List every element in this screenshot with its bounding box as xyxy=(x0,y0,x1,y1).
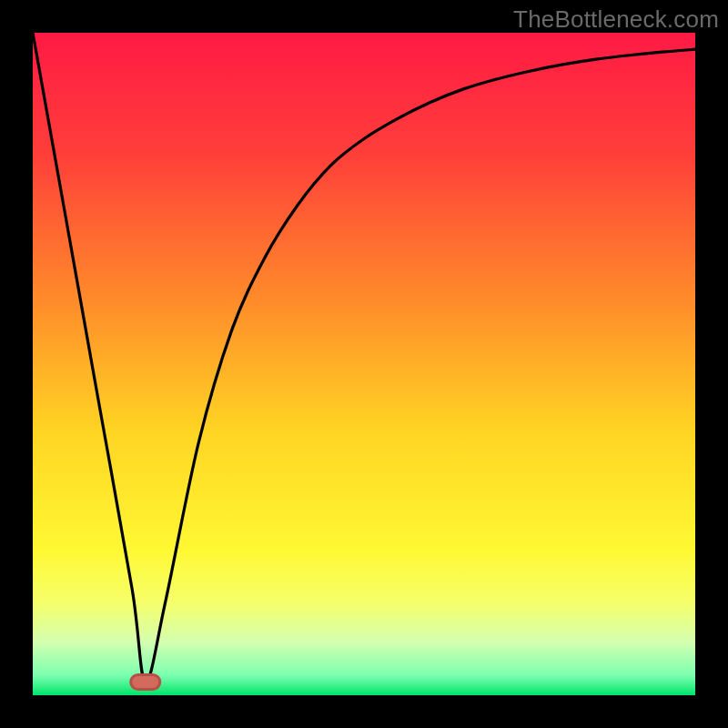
plot-area xyxy=(33,33,695,695)
chart-frame: TheBottleneck.com xyxy=(0,0,728,728)
chart-svg xyxy=(33,33,695,695)
optimum-marker xyxy=(131,674,160,689)
watermark-text: TheBottleneck.com xyxy=(513,5,719,34)
